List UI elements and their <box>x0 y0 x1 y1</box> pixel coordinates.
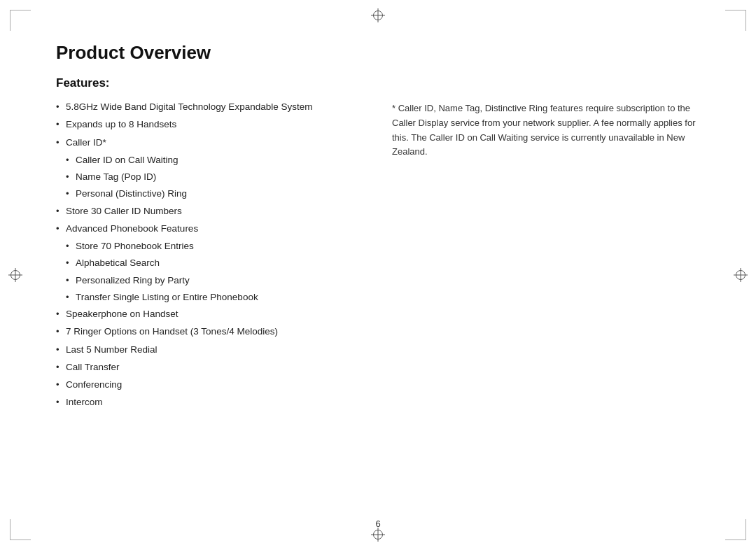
feature-item-17: Intercom <box>56 395 364 409</box>
feature-item-3: Caller ID on Call Waiting <box>56 153 364 167</box>
right-column: * Caller ID, Name Tag, Distinctive Ring … <box>392 100 700 508</box>
feature-item-12: Speakerphone on Handset <box>56 307 364 321</box>
page-title: Product Overview <box>56 42 700 64</box>
feature-item-15: Call Transfer <box>56 360 364 374</box>
page-container: Product Overview Features: 5.8GHz Wide B… <box>0 0 756 550</box>
feature-item-10: Personalized Ring by Party <box>56 274 364 288</box>
feature-list: 5.8GHz Wide Band Digital Technology Expa… <box>56 100 364 410</box>
corner-mark-br <box>725 519 746 540</box>
feature-item-7: Advanced Phonebook Features <box>56 222 364 236</box>
feature-item-4: Name Tag (Pop ID) <box>56 170 364 184</box>
crosshair-right <box>734 268 748 282</box>
feature-item-8: Store 70 Phonebook Entries <box>56 239 364 253</box>
feature-item-6: Store 30 Caller ID Numbers <box>56 204 364 218</box>
feature-item-16: Conferencing <box>56 378 364 392</box>
two-column-layout: 5.8GHz Wide Band Digital Technology Expa… <box>56 100 700 508</box>
left-column: 5.8GHz Wide Band Digital Technology Expa… <box>56 100 364 508</box>
crosshair-bottom <box>371 528 385 542</box>
corner-mark-tl <box>10 10 31 31</box>
crosshair-left <box>8 268 22 282</box>
feature-item-13: 7 Ringer Options on Handset (3 Tones/4 M… <box>56 325 364 339</box>
feature-item-14: Last 5 Number Redial <box>56 343 364 357</box>
feature-item-9: Alphabetical Search <box>56 256 364 270</box>
corner-mark-bl <box>10 519 31 540</box>
feature-item-2: Caller ID* <box>56 136 364 150</box>
crosshair-top <box>371 8 385 22</box>
page-number: 6 <box>375 519 380 529</box>
feature-item-0: 5.8GHz Wide Band Digital Technology Expa… <box>56 100 364 114</box>
corner-mark-tr <box>725 10 746 31</box>
page-content: Product Overview Features: 5.8GHz Wide B… <box>56 42 700 508</box>
note-text: * Caller ID, Name Tag, Distinctive Ring … <box>392 101 700 160</box>
feature-item-1: Expands up to 8 Handsets <box>56 118 364 132</box>
feature-item-11: Transfer Single Listing or Entire Phoneb… <box>56 290 364 304</box>
feature-item-5: Personal (Distinctive) Ring <box>56 187 364 201</box>
features-heading: Features: <box>56 76 700 90</box>
